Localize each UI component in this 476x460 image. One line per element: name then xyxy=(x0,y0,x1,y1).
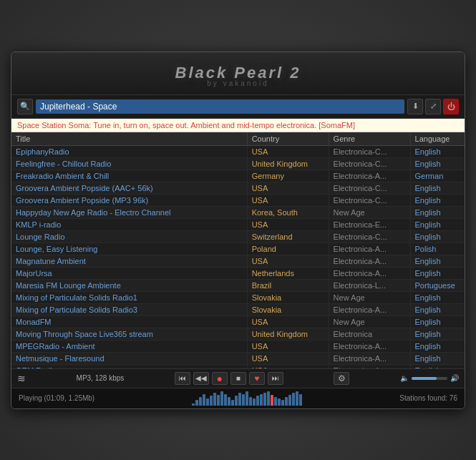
table-cell-title: Lounge, Easy Listening xyxy=(11,243,247,255)
power-button[interactable]: ⏻ xyxy=(443,99,459,114)
waveform-bar xyxy=(192,403,195,406)
table-row[interactable]: Moving Through Space Live365 streamUnite… xyxy=(11,328,465,340)
playing-info: Playing (01:09, 1.25Mb) xyxy=(19,394,94,402)
table-cell-genre: New Age xyxy=(329,206,410,218)
waveform-bar xyxy=(242,394,245,406)
waveform-bar xyxy=(278,398,281,406)
table-row[interactable]: Maresia FM Lounge AmbienteBrazilElectron… xyxy=(11,279,465,291)
table-cell-genre: Electronica-C... xyxy=(329,182,410,194)
table-cell-genre: New Age xyxy=(329,291,410,303)
table-cell-title: Netmusique - Flaresound xyxy=(11,352,247,364)
waveform-bar xyxy=(274,397,277,406)
controls-bar: ≋ MP3, 128 kbps ⏮ ◀◀ ● ■ ♥ ⏭ ⚙ 🔈 🔊 xyxy=(11,368,465,388)
waveform-bar xyxy=(263,393,266,406)
expand-button[interactable]: ⤢ xyxy=(425,99,441,114)
table-cell-language: English xyxy=(410,340,465,352)
table-row[interactable]: Magnatune AmbientUSAElectronica-A...Engl… xyxy=(11,255,465,267)
table-cell-genre: Electronica-C... xyxy=(329,194,410,206)
prev-button[interactable]: ⏮ xyxy=(175,372,190,385)
table-header-row: Title Country Genre Language xyxy=(11,132,465,146)
table-row[interactable]: KMLP i-radioUSAElectronica-E...English xyxy=(11,218,465,230)
table-row[interactable]: Groovera Ambient Popside (AAC+ 56k)USAEl… xyxy=(11,182,465,194)
table-cell-language: English xyxy=(410,218,465,230)
table-cell-title: Lounge Radio xyxy=(11,230,247,243)
table-cell-genre: New Age xyxy=(329,315,410,328)
waveform-bar xyxy=(271,395,273,406)
table-row[interactable]: Groovera Ambient Popside (MP3 96k)USAEle… xyxy=(11,194,465,206)
table-row[interactable]: Netmusique - FlaresoundUSAElectronica-A.… xyxy=(11,352,465,364)
table-cell-country: USA xyxy=(247,194,329,206)
search-icon-button[interactable]: 🔍 xyxy=(17,99,33,114)
table-row[interactable]: MajorUrsaNetherlandsElectronica-A...Engl… xyxy=(11,267,465,279)
search-bar: 🔍 ⬇ ⤢ ⏻ xyxy=(11,95,465,119)
table-cell-country: Korea, South xyxy=(247,206,329,218)
table-cell-title: Groovera Ambient Popside (AAC+ 56k) xyxy=(11,182,247,194)
table-row[interactable]: MonadFMUSANew AgeEnglish xyxy=(11,315,465,328)
volume-slider[interactable] xyxy=(412,377,447,380)
table-cell-title: Magnatune Ambient xyxy=(11,255,247,267)
back-button[interactable]: ◀◀ xyxy=(193,372,209,385)
waveform-bar xyxy=(246,391,248,406)
table-row[interactable]: EpiphanyRadioUSAElectronica-C...English xyxy=(11,145,465,157)
title-bar: Black Pearl 2 by vakanoid xyxy=(11,52,465,95)
table-cell-title: Moving Through Space Live365 stream xyxy=(11,328,247,340)
search-right-buttons: ⬇ ⤢ ⏻ xyxy=(407,99,459,114)
table-cell-language: English xyxy=(410,194,465,206)
favorite-button[interactable]: ♥ xyxy=(249,372,265,385)
table-row[interactable]: Mixing of Particulate Solids Radio3Slova… xyxy=(11,303,465,315)
table-cell-genre: Electronica-A... xyxy=(329,255,410,267)
table-cell-title: Mixing of Particulate Solids Radio3 xyxy=(11,303,247,315)
table-cell-country: USA xyxy=(247,218,329,230)
table-cell-genre: Electronica-A... xyxy=(329,352,410,364)
table-cell-genre: Electronica-E... xyxy=(329,218,410,230)
waveform-bar xyxy=(292,393,295,406)
table-row[interactable]: MPEGRadio - AmbientUSAElectronica-A...En… xyxy=(11,340,465,352)
table-cell-language: English xyxy=(410,328,465,340)
waveform-bar xyxy=(203,394,205,406)
table-cell-country: Slovakia xyxy=(247,291,329,303)
download-button[interactable]: ⬇ xyxy=(407,99,423,114)
stations-found: Stations found: 76 xyxy=(399,394,457,402)
volume-low-icon: 🔈 xyxy=(400,374,409,382)
table-cell-language: English xyxy=(410,145,465,157)
station-table-container[interactable]: Title Country Genre Language EpiphanyRad… xyxy=(11,132,465,368)
table-cell-genre: Electronica-A... xyxy=(329,267,410,279)
waveform-bar xyxy=(220,391,223,406)
waveform-bar xyxy=(288,395,291,406)
table-cell-country: USA xyxy=(247,145,329,157)
stop-button[interactable]: ■ xyxy=(230,372,246,385)
header-genre[interactable]: Genre xyxy=(329,132,410,146)
table-row[interactable]: Happyday New Age Radio - Electro Channel… xyxy=(11,206,465,218)
table-cell-genre: Electronica-A... xyxy=(329,303,410,315)
waveform-bar xyxy=(195,400,198,406)
table-cell-country: Slovakia xyxy=(247,303,329,315)
equalizer-icon[interactable]: ≋ xyxy=(17,373,26,384)
table-cell-language: English xyxy=(410,255,465,267)
record-button[interactable]: ● xyxy=(212,372,228,385)
table-cell-language: English xyxy=(410,157,465,170)
bitrate-info: MP3, 128 kbps xyxy=(77,374,125,382)
header-language[interactable]: Language xyxy=(410,132,465,146)
table-row[interactable]: Lounge RadioSwitzerlandElectronica-C...E… xyxy=(11,230,465,243)
waveform-bar xyxy=(213,393,216,406)
table-row[interactable]: Feelingfree - Chillout RadioUnited Kingd… xyxy=(11,157,465,170)
table-row[interactable]: Freakradio Ambient & ChillGermanyElectro… xyxy=(11,170,465,182)
table-cell-title: Freakradio Ambient & Chill xyxy=(11,170,247,182)
header-country[interactable]: Country xyxy=(247,132,329,146)
waveform-bar xyxy=(206,398,209,406)
table-cell-country: Switzerland xyxy=(247,230,329,243)
table-row[interactable]: Lounge, Easy ListeningPolandElectronica-… xyxy=(11,243,465,255)
table-cell-language: German xyxy=(410,170,465,182)
header-title[interactable]: Title xyxy=(11,132,247,146)
waveform-bar xyxy=(249,397,252,406)
table-cell-country: Brazil xyxy=(247,279,329,291)
next-button[interactable]: ⏭ xyxy=(268,372,283,385)
table-cell-genre: Electronica xyxy=(329,328,410,340)
settings-button[interactable]: ⚙ xyxy=(334,372,349,385)
table-row[interactable]: Mixing of Particulate Solids Radio1Slova… xyxy=(11,291,465,303)
volume-high-icon: 🔊 xyxy=(450,374,459,382)
table-cell-genre: Electronica-A... xyxy=(329,170,410,182)
search-input[interactable] xyxy=(36,99,404,114)
table-cell-title: Happyday New Age Radio - Electro Channel xyxy=(11,206,247,218)
volume-area: 🔈 🔊 xyxy=(400,374,459,382)
